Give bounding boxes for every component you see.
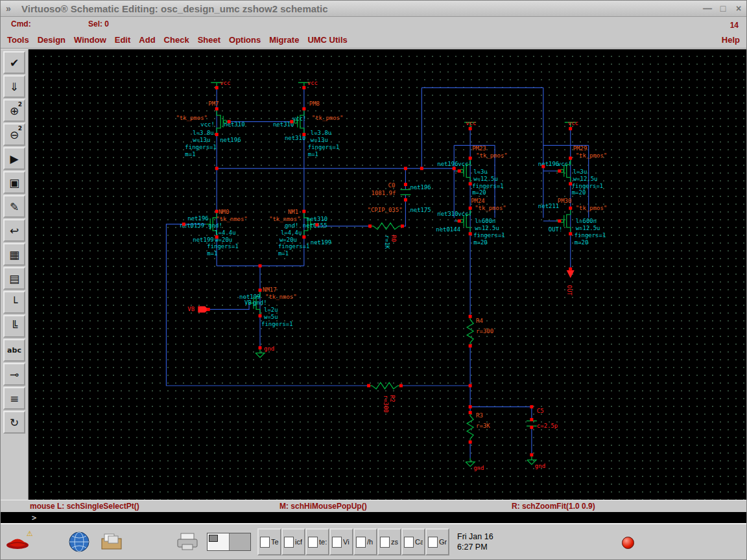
prompt-bar[interactable]: >	[1, 512, 746, 523]
redraw-tool[interactable]: ↻	[3, 411, 25, 434]
schematic-label: c=2.5p	[537, 423, 558, 429]
wire[interactable]	[166, 224, 368, 386]
schematic-label: "tk_pmos"	[476, 152, 508, 159]
schematic-label: m=20	[473, 239, 488, 246]
device-R3[interactable]	[467, 413, 473, 442]
schematic-label: fingers=1	[308, 144, 340, 150]
taskbar-button-ca[interactable]: Ca	[401, 528, 425, 555]
schematic-label: "tk_pmos"	[176, 115, 208, 121]
menu-sheet[interactable]: Sheet	[198, 35, 220, 45]
junction-marker	[215, 133, 219, 136]
menu-help[interactable]: Help	[722, 35, 740, 45]
junction-marker	[569, 268, 572, 271]
minimize-button[interactable]: —	[700, 1, 715, 16]
junction-marker	[215, 235, 219, 239]
pin-tool-glyph: ⊸	[10, 368, 19, 381]
stretch-tool[interactable]: ▶	[3, 147, 25, 170]
zoom-in-2-tool[interactable]: ⊕2	[3, 99, 25, 122]
schematic-label: gnd	[473, 465, 484, 471]
menu-options[interactable]: Options	[229, 35, 261, 45]
copy-tool-glyph: ▣	[9, 176, 19, 189]
junction-marker	[469, 384, 472, 388]
copy-tool[interactable]: ▣	[3, 171, 25, 194]
undo-tool[interactable]: ↩	[3, 219, 25, 242]
schematic-label: fingers=1	[575, 232, 606, 239]
schematic-drawing[interactable]: vccPM7"tk_pmos"vcc!net310net196l=3.8uw=1…	[29, 49, 746, 500]
workspace-1[interactable]	[208, 533, 230, 550]
schematic-label: w=20u	[279, 237, 297, 243]
close-button[interactable]: ×	[731, 1, 746, 16]
check-and-save-tool[interactable]: ✔	[3, 51, 25, 74]
schematic-label: net196	[220, 137, 241, 143]
label-tool[interactable]: abc	[3, 339, 25, 362]
schematic-label: l=4.4u	[281, 229, 302, 236]
schematic-label: gnd!	[253, 299, 267, 306]
tool-palette: ✔⇓⊕2⊖2▶▣✎↩▦▤└╚abc⊸≡↻	[1, 49, 29, 500]
junction-marker	[259, 314, 262, 318]
menu-edit[interactable]: Edit	[115, 35, 131, 45]
window-menu-button[interactable]: »	[1, 1, 16, 16]
schematic-label: fingers=1	[473, 232, 505, 239]
junction-marker	[469, 315, 472, 318]
device-C5[interactable]	[527, 421, 537, 426]
taskbar-button-h[interactable]: /h	[353, 528, 377, 555]
junction-marker	[530, 453, 533, 456]
workspace-switcher[interactable]	[207, 533, 251, 551]
delete-tool[interactable]: ✎	[3, 195, 25, 218]
warning-icon: ⚠	[27, 530, 33, 538]
instance-tool[interactable]: ▤	[3, 267, 25, 290]
menu-window[interactable]: Window	[74, 35, 106, 45]
menu-migrate[interactable]: Migrate	[269, 35, 299, 45]
schematic-label: net196	[437, 161, 458, 167]
status-led-icon	[622, 537, 634, 549]
schematic-label: w=13u	[193, 137, 210, 143]
schematic-label: NM17	[263, 286, 277, 293]
redhat-menu-icon[interactable]: ⚠	[5, 532, 30, 552]
pin-tool[interactable]: ⊸	[3, 363, 25, 386]
schematic-canvas[interactable]: vccPM7"tk_pmos"vcc!net310net196l=3.8uw=1…	[29, 49, 746, 500]
menu-tools[interactable]: Tools	[7, 35, 29, 45]
menubar: ToolsDesignWindowEditAddCheckSheetOption…	[1, 31, 746, 49]
wire[interactable]	[208, 303, 249, 309]
property-tool[interactable]: ▦	[3, 243, 25, 266]
taskbar-button-label: /h	[367, 538, 373, 546]
menu-check[interactable]: Check	[164, 35, 189, 45]
junction-marker	[401, 224, 404, 228]
device-OUT[interactable]	[567, 270, 575, 278]
clock-date: Fri Jan 16	[457, 531, 493, 542]
web-browser-icon[interactable]	[68, 531, 90, 553]
device-R4[interactable]	[467, 316, 473, 345]
taskbar-button-te[interactable]: te:	[305, 528, 329, 555]
cmd-options-tool[interactable]: ≡	[3, 387, 25, 410]
save-tool[interactable]: ⇓	[3, 75, 25, 98]
junction-marker	[315, 223, 318, 226]
menu-design[interactable]: Design	[38, 35, 65, 45]
taskbar-button-label: Ca	[415, 538, 423, 546]
schematic-label: C5	[537, 408, 544, 414]
wide-wire-tool[interactable]: ╚	[3, 315, 25, 338]
zoom-out-2-tool[interactable]: ⊖2	[3, 123, 25, 146]
virtuoso-window: » Virtuoso® Schematic Editing: osc_desig…	[0, 0, 747, 560]
property-tool-glyph: ▦	[9, 248, 19, 261]
file-manager-icon[interactable]	[101, 532, 124, 552]
menu-umc-utils[interactable]: UMC Utils	[307, 35, 347, 45]
device-R0[interactable]	[370, 223, 403, 229]
printer-icon[interactable]	[176, 532, 199, 552]
schematic-label: net199	[311, 239, 331, 246]
maximize-button[interactable]: □	[715, 1, 731, 16]
schematic-label: m=20	[575, 239, 589, 246]
junction-marker	[215, 107, 219, 110]
junction-marker	[302, 235, 305, 239]
device-gnd-nm17[interactable]	[255, 349, 265, 358]
taskbar-button-zs[interactable]: zs	[377, 528, 401, 555]
taskbar-button-gr[interactable]: Gr	[425, 528, 449, 555]
taskbar-button-te[interactable]: Te	[257, 528, 281, 555]
taskbar-button-vi[interactable]: Vi	[329, 528, 353, 555]
device-R2[interactable]	[369, 382, 401, 389]
device-C0[interactable]	[400, 190, 410, 195]
taskbar-clock[interactable]: Fri Jan 16 6:27 PM	[457, 531, 493, 553]
wire-tool[interactable]: └	[3, 291, 25, 314]
menu-add[interactable]: Add	[139, 35, 155, 45]
mouse-right-binding: R: schZoomFit(1.0 0.9)	[512, 502, 595, 511]
taskbar-button-icf[interactable]: icf	[281, 528, 305, 555]
